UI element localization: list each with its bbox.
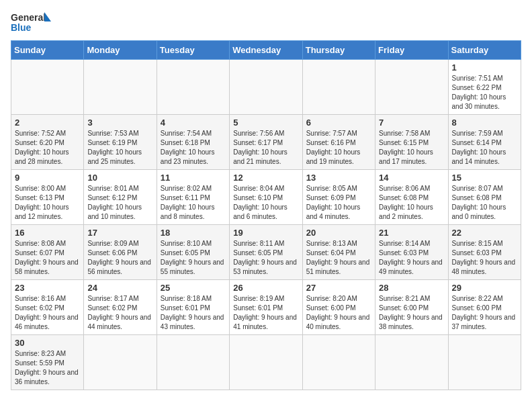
calendar-cell: 6Sunrise: 7:57 AM Sunset: 6:16 PM Daylig…: [302, 115, 375, 170]
calendar-cell: 12Sunrise: 8:04 AM Sunset: 6:10 PM Dayli…: [230, 170, 302, 225]
calendar-cell: 7Sunrise: 7:58 AM Sunset: 6:15 PM Daylig…: [375, 115, 448, 170]
day-number: 24: [87, 283, 152, 293]
day-number: 14: [379, 173, 444, 183]
day-info: Sunrise: 8:23 AM Sunset: 5:59 PM Dayligh…: [15, 349, 80, 387]
svg-text:General: General: [11, 12, 46, 23]
calendar-cell: 13Sunrise: 8:05 AM Sunset: 6:09 PM Dayli…: [302, 170, 375, 225]
day-info: Sunrise: 8:20 AM Sunset: 6:00 PM Dayligh…: [306, 294, 371, 332]
day-number: 9: [15, 173, 80, 183]
calendar-cell: [84, 335, 157, 390]
day-number: 18: [161, 228, 226, 238]
day-number: 23: [15, 283, 80, 293]
day-info: Sunrise: 8:11 AM Sunset: 6:05 PM Dayligh…: [233, 239, 298, 277]
day-info: Sunrise: 7:52 AM Sunset: 6:20 PM Dayligh…: [15, 129, 80, 167]
weekday-header-monday: Monday: [84, 41, 157, 60]
calendar-cell: 19Sunrise: 8:11 AM Sunset: 6:05 PM Dayli…: [230, 225, 302, 280]
calendar-cell: 24Sunrise: 8:17 AM Sunset: 6:02 PM Dayli…: [84, 280, 157, 335]
day-info: Sunrise: 7:59 AM Sunset: 6:14 PM Dayligh…: [452, 129, 517, 167]
calendar-cell: [302, 60, 375, 115]
day-number: 7: [379, 118, 444, 128]
logo-svg: GeneralBlue: [11, 11, 51, 35]
weekday-header-sunday: Sunday: [11, 41, 84, 60]
calendar-cell: 16Sunrise: 8:08 AM Sunset: 6:07 PM Dayli…: [11, 225, 84, 280]
day-number: 10: [87, 173, 152, 183]
calendar-cell: 4Sunrise: 7:54 AM Sunset: 6:18 PM Daylig…: [157, 115, 229, 170]
day-info: Sunrise: 8:02 AM Sunset: 6:11 PM Dayligh…: [161, 184, 226, 222]
calendar-cell: [230, 60, 302, 115]
weekday-header-thursday: Thursday: [302, 41, 375, 60]
day-number: 4: [161, 118, 226, 128]
day-info: Sunrise: 8:00 AM Sunset: 6:13 PM Dayligh…: [15, 184, 80, 222]
weekday-header-row: SundayMondayTuesdayWednesdayThursdayFrid…: [11, 41, 521, 60]
calendar-cell: 28Sunrise: 8:21 AM Sunset: 6:00 PM Dayli…: [375, 280, 448, 335]
day-info: Sunrise: 7:53 AM Sunset: 6:19 PM Dayligh…: [87, 129, 152, 167]
calendar-cell: 18Sunrise: 8:10 AM Sunset: 6:05 PM Dayli…: [157, 225, 229, 280]
svg-text:Blue: Blue: [11, 22, 32, 33]
calendar-cell: 21Sunrise: 8:14 AM Sunset: 6:03 PM Dayli…: [375, 225, 448, 280]
calendar-cell: [302, 335, 375, 390]
day-info: Sunrise: 8:18 AM Sunset: 6:01 PM Dayligh…: [161, 294, 226, 332]
calendar-cell: 29Sunrise: 8:22 AM Sunset: 6:00 PM Dayli…: [448, 280, 521, 335]
day-info: Sunrise: 7:54 AM Sunset: 6:18 PM Dayligh…: [161, 129, 226, 167]
calendar-cell: 14Sunrise: 8:06 AM Sunset: 6:08 PM Dayli…: [375, 170, 448, 225]
calendar-cell: 30Sunrise: 8:23 AM Sunset: 5:59 PM Dayli…: [11, 335, 84, 390]
day-number: 22: [452, 228, 517, 238]
day-info: Sunrise: 7:58 AM Sunset: 6:15 PM Dayligh…: [379, 129, 444, 167]
day-info: Sunrise: 8:16 AM Sunset: 6:02 PM Dayligh…: [15, 294, 80, 332]
calendar-cell: [375, 60, 448, 115]
calendar-cell: 1Sunrise: 7:51 AM Sunset: 6:22 PM Daylig…: [448, 60, 521, 115]
calendar-cell: [84, 60, 157, 115]
calendar-week-2: 2Sunrise: 7:52 AM Sunset: 6:20 PM Daylig…: [11, 115, 521, 170]
calendar-cell: 3Sunrise: 7:53 AM Sunset: 6:19 PM Daylig…: [84, 115, 157, 170]
day-number: 3: [87, 118, 152, 128]
calendar-cell: 22Sunrise: 8:15 AM Sunset: 6:03 PM Dayli…: [448, 225, 521, 280]
calendar-cell: 11Sunrise: 8:02 AM Sunset: 6:11 PM Dayli…: [157, 170, 229, 225]
svg-marker-2: [44, 12, 51, 21]
weekday-header-tuesday: Tuesday: [157, 41, 229, 60]
day-number: 16: [15, 228, 80, 238]
day-info: Sunrise: 7:57 AM Sunset: 6:16 PM Dayligh…: [306, 129, 371, 167]
day-number: 26: [233, 283, 298, 293]
day-number: 11: [161, 173, 226, 183]
calendar-week-6: 30Sunrise: 8:23 AM Sunset: 5:59 PM Dayli…: [11, 335, 521, 390]
calendar-cell: 27Sunrise: 8:20 AM Sunset: 6:00 PM Dayli…: [302, 280, 375, 335]
day-info: Sunrise: 8:06 AM Sunset: 6:08 PM Dayligh…: [379, 184, 444, 222]
calendar-cell: 9Sunrise: 8:00 AM Sunset: 6:13 PM Daylig…: [11, 170, 84, 225]
calendar-cell: 20Sunrise: 8:13 AM Sunset: 6:04 PM Dayli…: [302, 225, 375, 280]
day-info: Sunrise: 8:14 AM Sunset: 6:03 PM Dayligh…: [379, 239, 444, 277]
day-number: 21: [379, 228, 444, 238]
page-header: GeneralBlue: [11, 11, 521, 35]
day-number: 6: [306, 118, 371, 128]
day-number: 13: [306, 173, 371, 183]
day-number: 15: [452, 173, 517, 183]
day-number: 8: [452, 118, 517, 128]
calendar-cell: [375, 335, 448, 390]
day-info: Sunrise: 8:19 AM Sunset: 6:01 PM Dayligh…: [233, 294, 298, 332]
weekday-header-saturday: Saturday: [448, 41, 521, 60]
day-info: Sunrise: 7:51 AM Sunset: 6:22 PM Dayligh…: [452, 74, 517, 111]
day-info: Sunrise: 8:17 AM Sunset: 6:02 PM Dayligh…: [87, 294, 152, 332]
day-info: Sunrise: 7:56 AM Sunset: 6:17 PM Dayligh…: [233, 129, 298, 167]
calendar-cell: 17Sunrise: 8:09 AM Sunset: 6:06 PM Dayli…: [84, 225, 157, 280]
day-info: Sunrise: 8:10 AM Sunset: 6:05 PM Dayligh…: [161, 239, 226, 277]
day-number: 19: [233, 228, 298, 238]
logo: GeneralBlue: [11, 11, 51, 35]
day-number: 12: [233, 173, 298, 183]
day-number: 25: [161, 283, 226, 293]
day-info: Sunrise: 8:08 AM Sunset: 6:07 PM Dayligh…: [15, 239, 80, 277]
calendar-table: SundayMondayTuesdayWednesdayThursdayFrid…: [11, 40, 521, 390]
day-number: 28: [379, 283, 444, 293]
calendar-cell: 26Sunrise: 8:19 AM Sunset: 6:01 PM Dayli…: [230, 280, 302, 335]
day-number: 27: [306, 283, 371, 293]
calendar-cell: [230, 335, 302, 390]
day-number: 29: [452, 283, 517, 293]
calendar-cell: [157, 60, 229, 115]
calendar-cell: [11, 60, 84, 115]
calendar-week-3: 9Sunrise: 8:00 AM Sunset: 6:13 PM Daylig…: [11, 170, 521, 225]
weekday-header-wednesday: Wednesday: [230, 41, 302, 60]
day-number: 5: [233, 118, 298, 128]
day-info: Sunrise: 8:21 AM Sunset: 6:00 PM Dayligh…: [379, 294, 444, 332]
day-info: Sunrise: 8:01 AM Sunset: 6:12 PM Dayligh…: [87, 184, 152, 222]
calendar-cell: 10Sunrise: 8:01 AM Sunset: 6:12 PM Dayli…: [84, 170, 157, 225]
calendar-week-1: 1Sunrise: 7:51 AM Sunset: 6:22 PM Daylig…: [11, 60, 521, 115]
